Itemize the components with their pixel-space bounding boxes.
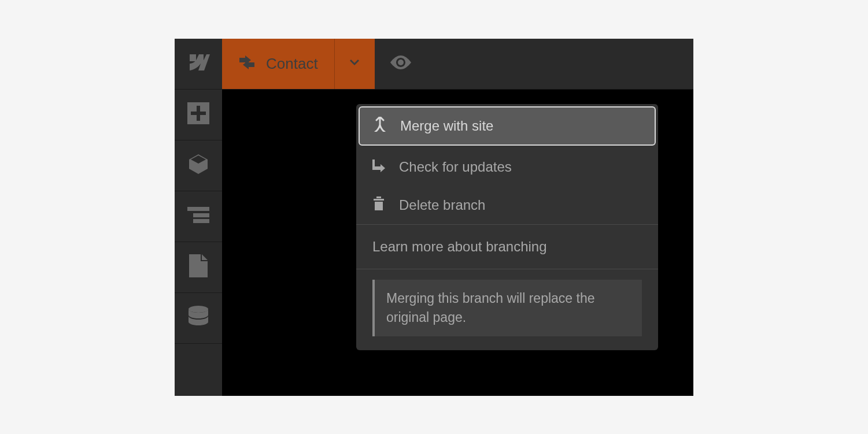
branch-tab[interactable]: Contact: [222, 39, 334, 89]
branch-dropdown-toggle[interactable]: [334, 39, 375, 89]
logo-button[interactable]: [175, 39, 222, 90]
database-icon: [189, 306, 208, 330]
cube-icon: [187, 153, 209, 177]
learn-more-link[interactable]: Learn more about branching: [356, 224, 658, 269]
trash-icon: [372, 196, 385, 214]
svg-rect-8: [376, 196, 381, 198]
navigator-button[interactable]: [175, 191, 222, 242]
merge-with-site-item[interactable]: Merge with site: [359, 106, 656, 146]
cms-button[interactable]: [175, 293, 222, 344]
svg-rect-10: [375, 202, 383, 210]
components-button[interactable]: [175, 140, 222, 191]
pages-button[interactable]: [175, 242, 222, 293]
svg-rect-4: [193, 213, 209, 217]
plus-icon: [187, 102, 209, 127]
preview-button[interactable]: [375, 39, 427, 89]
delete-branch-item[interactable]: Delete branch: [356, 186, 658, 224]
update-icon: [372, 158, 385, 176]
webflow-logo-icon: [187, 54, 210, 73]
add-element-button[interactable]: [175, 90, 222, 140]
svg-rect-9: [374, 199, 384, 201]
svg-point-6: [189, 306, 208, 313]
svg-rect-5: [193, 219, 209, 223]
eye-icon: [390, 55, 411, 72]
delete-branch-label: Delete branch: [399, 197, 485, 213]
left-sidebar: [175, 39, 222, 396]
check-updates-item[interactable]: Check for updates: [356, 148, 658, 186]
page-icon: [189, 254, 208, 280]
merge-label: Merge with site: [400, 118, 493, 134]
svg-rect-2: [191, 112, 206, 115]
branch-label: Contact: [266, 55, 318, 73]
navigator-icon: [187, 207, 209, 225]
top-bar: Contact: [222, 39, 693, 90]
divider: Merging this branch will replace the ori…: [356, 269, 658, 351]
merge-icon: [374, 117, 386, 135]
svg-point-7: [398, 60, 404, 65]
chevron-down-icon: [349, 58, 360, 69]
merge-note: Merging this branch will replace the ori…: [372, 280, 642, 337]
branch-dropdown-menu: Merge with site Check for updates Delete…: [356, 104, 658, 351]
branch-icon: [238, 55, 256, 72]
check-updates-label: Check for updates: [399, 159, 512, 175]
app-window: Contact Merge with site Check for update…: [175, 39, 693, 396]
svg-rect-3: [187, 207, 209, 211]
